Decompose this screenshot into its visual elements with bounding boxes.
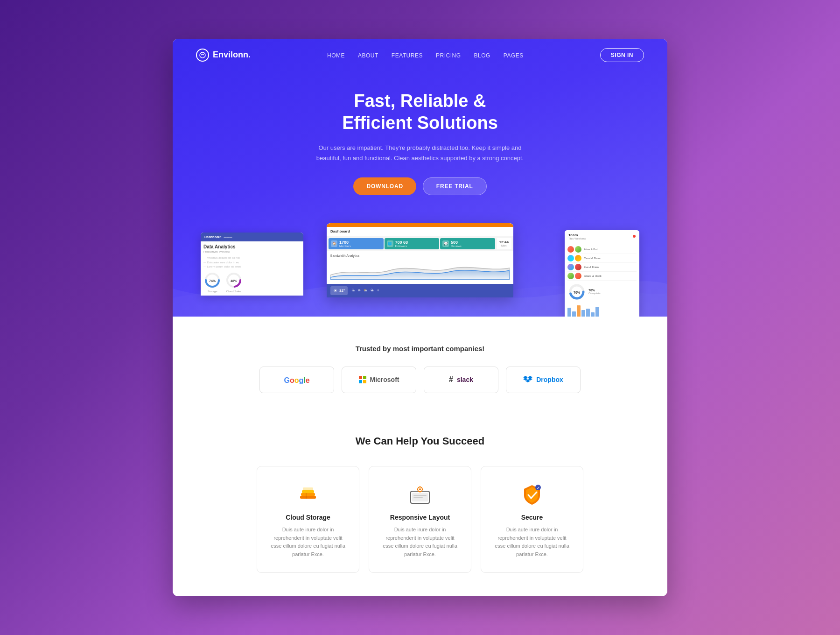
- svg-text:✓: ✓: [537, 486, 540, 490]
- dash-left-body: Data Analytics Productivity overview — V…: [201, 241, 303, 296]
- stat-reviews-info: 500 Reviews: [451, 240, 462, 247]
- member-name-2: Carol & Dave: [584, 257, 601, 260]
- svg-text:74%: 74%: [209, 279, 216, 282]
- bar-4: [581, 310, 585, 317]
- avatar-pair-3: [567, 264, 581, 270]
- signin-button[interactable]: SIGN IN: [600, 48, 644, 62]
- logo[interactable]: Envilonn.: [196, 49, 251, 62]
- nav-pricing[interactable]: PRICING: [436, 52, 461, 59]
- circle-storage-label: Storage: [207, 290, 217, 293]
- svg-rect-15: [300, 496, 316, 499]
- download-button[interactable]: DOWNLOAD: [353, 177, 416, 195]
- circle-cloud: 48% Cloud Sales: [225, 271, 243, 293]
- svg-rect-16: [301, 493, 315, 496]
- bar-2: [572, 311, 576, 317]
- responsive-layout-icon: [408, 483, 432, 506]
- dashboard-main: Dashboard 🏠 1700 Members 🌐 700 68: [327, 223, 513, 297]
- dashboard-left: Dashboard ▬▬▬ Data Analytics Productivit…: [201, 233, 303, 296]
- trusted-section: Trusted by most important companies! Goo…: [173, 317, 667, 412]
- free-trial-button[interactable]: FREE TRIAL: [423, 177, 487, 195]
- logo-slack[interactable]: # slack: [424, 367, 498, 393]
- team-title-wrapper: Team This Weekend: [568, 233, 586, 240]
- analytics-sub: Productivity overview: [203, 250, 301, 253]
- weather-extras: 🌤 🌧 ⛅ 🌥 ☀: [351, 289, 379, 292]
- avatar-2: [575, 246, 581, 253]
- bar-1: [567, 308, 571, 317]
- feature-responsive: Responsive Layout Duis aute irure dolor …: [369, 466, 471, 573]
- google-icon: Google: [284, 374, 309, 385]
- donut-label: 70% Complete: [588, 289, 601, 295]
- dash-topbar: Dashboard: [327, 227, 513, 236]
- logo-icon: [196, 49, 209, 62]
- microsoft-label: Microsoft: [370, 376, 399, 383]
- donut-row: 70% 70% Complete: [567, 282, 637, 301]
- avatar-7: [567, 273, 574, 279]
- stat-members-info: 1700 Members: [339, 240, 351, 247]
- analytics-items: — Vivamus aliquet elit ac nisl — Duis au…: [203, 256, 301, 269]
- stat-reviews-num: 500: [451, 240, 462, 245]
- nav-pages[interactable]: PAGES: [504, 52, 524, 59]
- logo-microsoft[interactable]: Microsoft: [342, 367, 416, 393]
- features-grid: Cloud Storage Duis aute irure dolor in r…: [191, 466, 649, 573]
- feature-responsive-title: Responsive Layout: [381, 514, 459, 521]
- svg-rect-25: [420, 486, 420, 487]
- cloud-storage-icon: [296, 483, 320, 506]
- dash-orange-bar: [327, 223, 513, 227]
- svg-rect-19: [306, 496, 307, 499]
- logo-dropbox[interactable]: Dropbox: [506, 367, 581, 393]
- feature-cloud-storage: Cloud Storage Duis aute irure dolor in r…: [257, 466, 359, 573]
- avatar-pair-1: [567, 246, 581, 253]
- weather-card: ☀ 32°: [330, 286, 348, 295]
- feature-secure: ✓ Secure Duis aute irure dolor in repreh…: [481, 466, 583, 573]
- member-name-1: Alice & Bob: [584, 248, 598, 251]
- dash-label: Dashboard: [330, 229, 350, 233]
- page-wrapper: Envilonn. HOME ABOUT FEATURES PRICING BL…: [173, 39, 667, 597]
- chart-label: Bandwidth Analytics: [330, 254, 510, 257]
- stat-followers: 🌐 700 68 Followers: [385, 238, 440, 249]
- circle-stats: 74% Storage 48% Cloud Sales: [203, 271, 301, 293]
- stat-reviews: 💬 500 Reviews: [440, 238, 495, 249]
- svg-rect-20: [306, 493, 307, 496]
- logo-google[interactable]: Google: [259, 367, 334, 393]
- nav-features[interactable]: FEATURES: [392, 52, 423, 59]
- stat-members: 🏠 1700 Members: [329, 238, 384, 249]
- circle-cloud-label: Cloud Sales: [226, 290, 241, 293]
- slack-label: slack: [457, 376, 473, 383]
- dropbox-label: Dropbox: [536, 376, 563, 383]
- dash-left-header: Dashboard ▬▬▬: [201, 233, 303, 241]
- member-name-4: Grace & Hank: [584, 275, 602, 277]
- svg-rect-26: [420, 491, 420, 493]
- avatar-pair-2: [567, 255, 581, 261]
- avatar-3: [567, 255, 574, 261]
- donut-sub: Complete: [588, 292, 601, 295]
- avatar-1: [567, 246, 574, 253]
- trusted-logos: Google Microsoft # slack: [191, 367, 649, 393]
- nav-blog[interactable]: BLOG: [474, 52, 490, 59]
- svg-point-24: [419, 488, 421, 490]
- nav-about[interactable]: ABOUT: [358, 52, 378, 59]
- team-list: Alice & Bob Carol & Dave: [565, 243, 639, 317]
- weather-bar: ☀ 32° 🌤 🌧 ⛅ 🌥 ☀: [327, 284, 513, 297]
- bar-7: [595, 307, 599, 317]
- logo-text: Envilonn.: [213, 50, 251, 60]
- feature-responsive-desc: Duis aute irure dolor in reprehenderit i…: [381, 526, 459, 558]
- team-title: Team: [568, 233, 586, 237]
- svg-rect-30: [413, 497, 423, 498]
- avatar-pair-4: [567, 273, 581, 279]
- stat-followers-label: Followers: [395, 245, 408, 247]
- svg-rect-28: [422, 489, 423, 490]
- succeed-title: We Can Help You Succeed: [191, 435, 649, 447]
- stat-reviews-label: Reviews: [451, 245, 462, 247]
- svg-point-0: [200, 52, 205, 58]
- hero-title: Fast, Reliable & Efficient Solutions: [210, 90, 630, 134]
- member-name-3: Eve & Frank: [584, 266, 599, 268]
- team-member-2: Carol & Dave: [567, 254, 637, 263]
- svg-text:70%: 70%: [574, 291, 581, 294]
- dash-left-sub: ▬▬▬: [224, 235, 232, 238]
- navbar: Envilonn. HOME ABOUT FEATURES PRICING BL…: [173, 39, 667, 71]
- status-dot: [633, 235, 636, 238]
- nav-home[interactable]: HOME: [327, 52, 345, 59]
- hero-buttons: DOWNLOAD FREE TRIAL: [210, 177, 630, 195]
- globe-icon: 🌐: [387, 240, 393, 247]
- stat-followers-info: 700 68 Followers: [395, 240, 408, 247]
